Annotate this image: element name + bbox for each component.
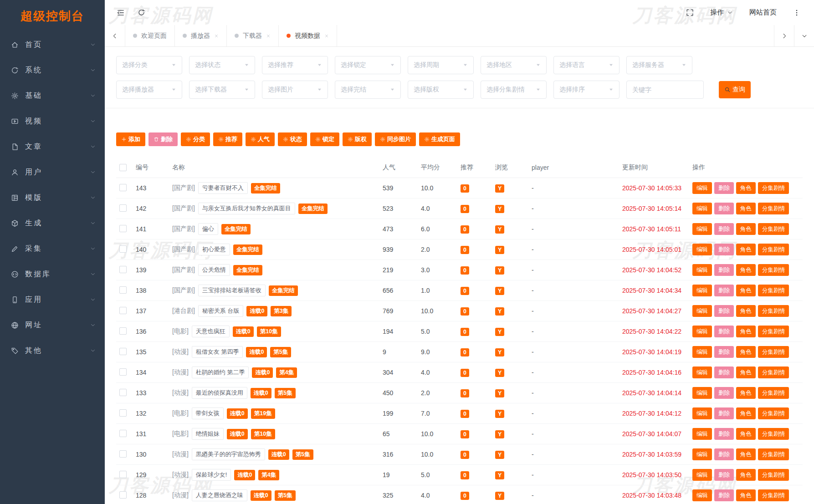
- sidebar-item-video[interactable]: 视频: [0, 108, 105, 134]
- delete-button[interactable]: 删除: [714, 448, 734, 460]
- edit-button[interactable]: 编辑: [692, 305, 712, 317]
- lock-button[interactable]: 锁定: [310, 132, 339, 146]
- filter-select[interactable]: 选择播放器: [116, 81, 182, 99]
- tab-close-button[interactable]: [266, 34, 271, 38]
- add-button[interactable]: 添加: [116, 132, 145, 146]
- delete-button[interactable]: 删除: [714, 203, 734, 214]
- filter-select[interactable]: 选择服务器: [626, 56, 692, 74]
- episodes-button[interactable]: 分集剧情: [758, 346, 789, 358]
- episodes-button[interactable]: 分集剧情: [758, 305, 789, 317]
- filter-select[interactable]: 选择版权: [408, 81, 474, 99]
- recommend-button[interactable]: 推荐: [213, 132, 242, 146]
- status-button[interactable]: 状态: [278, 132, 307, 146]
- edit-button[interactable]: 编辑: [692, 346, 712, 358]
- episodes-button[interactable]: 分集剧情: [758, 285, 789, 296]
- edit-button[interactable]: 编辑: [692, 407, 712, 419]
- action-dropdown[interactable]: 操作: [710, 8, 733, 17]
- category-button[interactable]: 分类: [181, 132, 210, 146]
- collapse-menu-button[interactable]: [117, 9, 125, 17]
- row-checkbox[interactable]: [119, 204, 127, 212]
- edit-button[interactable]: 编辑: [692, 326, 712, 337]
- delete-button[interactable]: 删除: [714, 489, 734, 501]
- edit-button[interactable]: 编辑: [692, 223, 712, 235]
- role-button[interactable]: 角色: [736, 387, 756, 399]
- role-button[interactable]: 角色: [736, 428, 756, 440]
- refresh-button[interactable]: [138, 9, 145, 16]
- delete-button[interactable]: 删除: [714, 182, 734, 194]
- role-button[interactable]: 角色: [736, 264, 756, 276]
- filter-select[interactable]: 选择锁定: [335, 56, 401, 74]
- role-button[interactable]: 角色: [736, 305, 756, 317]
- sidebar-item-app[interactable]: 应用: [0, 287, 105, 312]
- row-checkbox[interactable]: [119, 245, 127, 253]
- role-button[interactable]: 角色: [736, 223, 756, 235]
- delete-button[interactable]: 删除: [714, 285, 734, 296]
- episodes-button[interactable]: 分集剧情: [758, 264, 789, 276]
- filter-select[interactable]: 选择推荐: [262, 56, 328, 74]
- row-checkbox[interactable]: [119, 491, 127, 499]
- sidebar-item-system[interactable]: 系统: [0, 57, 105, 83]
- role-button[interactable]: 角色: [736, 203, 756, 214]
- row-checkbox[interactable]: [119, 307, 127, 314]
- filter-select[interactable]: 选择下载器: [189, 81, 255, 99]
- row-checkbox[interactable]: [119, 471, 127, 478]
- delete-button[interactable]: 删除: [714, 305, 734, 317]
- row-checkbox[interactable]: [119, 184, 127, 191]
- role-button[interactable]: 角色: [736, 285, 756, 296]
- role-button[interactable]: 角色: [736, 469, 756, 481]
- filter-select[interactable]: 选择状态: [189, 56, 255, 74]
- role-button[interactable]: 角色: [736, 448, 756, 460]
- fullscreen-button[interactable]: [686, 9, 694, 16]
- sync-images-button[interactable]: 同步图片: [375, 132, 416, 146]
- generate-pages-button[interactable]: 生成页面: [419, 132, 460, 146]
- edit-button[interactable]: 编辑: [692, 387, 712, 399]
- tab-welcome[interactable]: 欢迎页面: [125, 25, 175, 46]
- sidebar-item-article[interactable]: 文章: [0, 134, 105, 159]
- sidebar-item-user[interactable]: 用户: [0, 159, 105, 185]
- edit-button[interactable]: 编辑: [692, 285, 712, 296]
- popularity-button[interactable]: 人气: [246, 132, 275, 146]
- tab-close-button[interactable]: [214, 34, 219, 38]
- delete-button[interactable]: 删除: [714, 346, 734, 358]
- kebab-menu-button[interactable]: [793, 9, 800, 16]
- filter-select[interactable]: 选择完结: [335, 81, 401, 99]
- role-button[interactable]: 角色: [736, 346, 756, 358]
- sidebar-item-collect[interactable]: 采集: [0, 236, 105, 261]
- sidebar-item-basic[interactable]: 基础: [0, 83, 105, 108]
- role-button[interactable]: 角色: [736, 407, 756, 419]
- edit-button[interactable]: 编辑: [692, 489, 712, 501]
- filter-select[interactable]: 选择分类: [116, 56, 182, 74]
- tab-close-button[interactable]: [324, 34, 329, 38]
- filter-select[interactable]: 选择语言: [553, 56, 619, 74]
- episodes-button[interactable]: 分集剧情: [758, 469, 789, 481]
- filter-select[interactable]: 选择周期: [408, 56, 474, 74]
- edit-button[interactable]: 编辑: [692, 203, 712, 214]
- role-button[interactable]: 角色: [736, 326, 756, 337]
- delete-button[interactable]: 删除: [714, 326, 734, 337]
- role-button[interactable]: 角色: [736, 244, 756, 255]
- tab-player[interactable]: 播放器: [175, 25, 227, 46]
- row-checkbox[interactable]: [119, 327, 127, 335]
- edit-button[interactable]: 编辑: [692, 428, 712, 440]
- sidebar-item-home[interactable]: 首页: [0, 32, 105, 57]
- episodes-button[interactable]: 分集剧情: [758, 203, 789, 214]
- tabs-scroll-right-button[interactable]: [774, 25, 794, 46]
- delete-button[interactable]: 删除: [714, 264, 734, 276]
- row-checkbox[interactable]: [119, 266, 127, 273]
- episodes-button[interactable]: 分集剧情: [758, 367, 789, 378]
- tabs-scroll-left-button[interactable]: [105, 25, 125, 46]
- delete-button[interactable]: 删除: [714, 367, 734, 378]
- tabs-menu-button[interactable]: [794, 25, 814, 46]
- episodes-button[interactable]: 分集剧情: [758, 448, 789, 460]
- row-checkbox[interactable]: [119, 348, 127, 355]
- filter-select[interactable]: 选择地区: [481, 56, 547, 74]
- episodes-button[interactable]: 分集剧情: [758, 428, 789, 440]
- episodes-button[interactable]: 分集剧情: [758, 407, 789, 419]
- keyword-input[interactable]: [626, 81, 704, 99]
- edit-button[interactable]: 编辑: [692, 182, 712, 194]
- filter-select[interactable]: 选择图片: [262, 81, 328, 99]
- episodes-button[interactable]: 分集剧情: [758, 182, 789, 194]
- episodes-button[interactable]: 分集剧情: [758, 223, 789, 235]
- filter-select[interactable]: 选择分集剧情: [481, 81, 547, 99]
- site-home-link[interactable]: 网站首页: [749, 8, 777, 17]
